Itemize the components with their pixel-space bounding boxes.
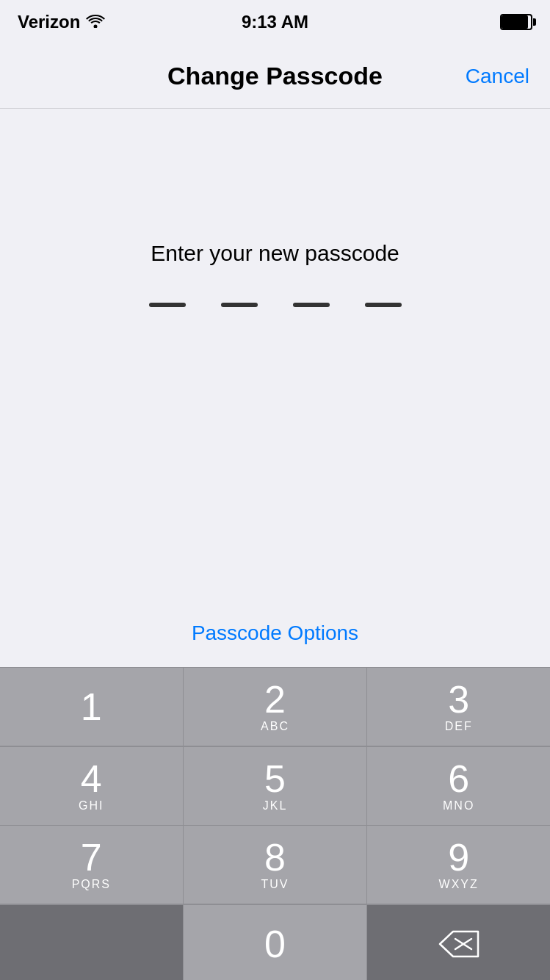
key-9[interactable]: 9 WXYZ (367, 826, 550, 904)
passcode-dash-3 (293, 303, 330, 307)
cancel-button[interactable]: Cancel (466, 65, 529, 88)
passcode-dash-2 (221, 303, 258, 307)
key-5-number: 5 (264, 760, 286, 798)
status-bar: Verizon 9:13 AM (0, 0, 550, 44)
key-0-number: 0 (264, 925, 286, 963)
key-1[interactable]: 1 (0, 668, 183, 746)
key-2-letters: ABC (261, 720, 289, 733)
backspace-button[interactable] (367, 905, 550, 981)
carrier-name: Verizon (18, 12, 80, 32)
passcode-dash-4 (365, 303, 402, 307)
passcode-prompt: Enter your new passcode (151, 241, 399, 266)
key-4-letters: GHI (79, 799, 104, 813)
key-3-number: 3 (448, 680, 469, 718)
backspace-icon (438, 930, 480, 958)
key-9-number: 9 (448, 838, 469, 876)
key-6[interactable]: 6 MNO (367, 747, 550, 825)
key-2[interactable]: 2 ABC (184, 668, 366, 746)
key-5[interactable]: 5 JKL (184, 747, 366, 825)
key-1-number: 1 (81, 688, 102, 726)
status-right (500, 14, 532, 30)
key-5-letters: JKL (263, 799, 288, 813)
key-0[interactable]: 0 (184, 905, 366, 981)
key-7-letters: PQRS (72, 878, 111, 891)
key-8[interactable]: 8 TUV (184, 826, 366, 904)
wifi-icon (86, 13, 105, 32)
passcode-dash-1 (149, 303, 186, 307)
status-time: 9:13 AM (242, 12, 308, 32)
page-title: Change Passcode (167, 62, 383, 90)
key-3[interactable]: 3 DEF (367, 668, 550, 746)
passcode-dots (149, 303, 402, 307)
nav-bar: Change Passcode Cancel (0, 44, 550, 109)
svg-point-0 (94, 24, 98, 28)
passcode-options-button[interactable]: Passcode Options (192, 621, 358, 645)
key-empty (0, 905, 183, 981)
key-9-letters: WXYZ (439, 878, 479, 891)
key-4[interactable]: 4 GHI (0, 747, 183, 825)
key-2-number: 2 (264, 680, 286, 718)
main-content: Enter your new passcode Passcode Options (0, 109, 550, 667)
numpad: 1 2 ABC 3 DEF 4 GHI 5 JKL 6 MNO 7 PQRS 8… (0, 667, 550, 980)
key-4-number: 4 (81, 760, 102, 798)
key-6-number: 6 (448, 760, 469, 798)
key-8-number: 8 (264, 838, 286, 876)
battery-icon (500, 14, 532, 30)
key-6-letters: MNO (443, 799, 474, 813)
key-3-letters: DEF (445, 720, 473, 733)
key-7[interactable]: 7 PQRS (0, 826, 183, 904)
key-8-letters: TUV (261, 878, 289, 891)
status-carrier: Verizon (18, 12, 105, 32)
key-7-number: 7 (81, 838, 102, 876)
